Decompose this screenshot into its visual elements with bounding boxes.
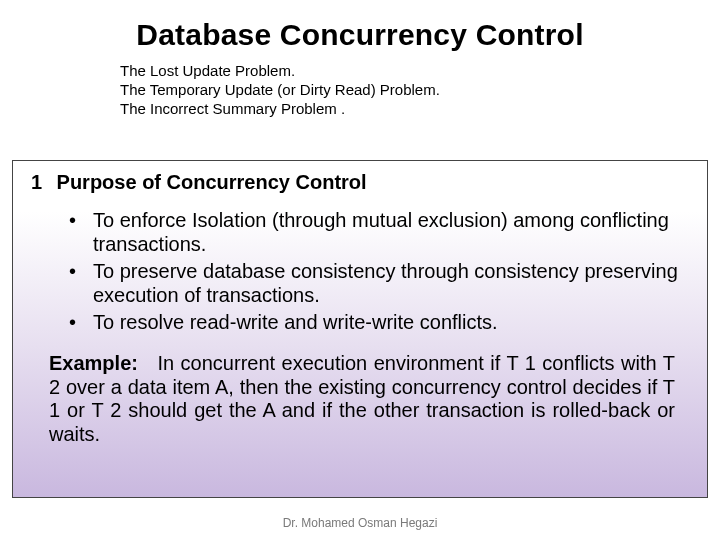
list-item: The Incorrect Summary Problem .	[120, 100, 650, 119]
list-item: To enforce Isolation (through mutual exc…	[69, 208, 693, 257]
page-title: Database Concurrency Control	[0, 18, 720, 52]
example-paragraph: Example: In concurrent execution environ…	[49, 352, 675, 446]
section-number: 1	[31, 171, 51, 194]
section-title: Purpose of Concurrency Control	[57, 171, 367, 193]
list-item: To resolve read-write and write-write co…	[69, 310, 693, 334]
example-text: In concurrent execution environment if T…	[49, 352, 675, 445]
slide: Database Concurrency Control The Lost Up…	[0, 0, 720, 540]
problem-list: The Lost Update Problem. The Temporary U…	[120, 62, 650, 118]
list-item: The Lost Update Problem.	[120, 62, 650, 81]
example-label: Example:	[49, 352, 138, 374]
content-box: 1 Purpose of Concurrency Control To enfo…	[12, 160, 708, 498]
footer-author: Dr. Mohamed Osman Hegazi	[0, 516, 720, 530]
list-item: The Temporary Update (or Dirty Read) Pro…	[120, 81, 650, 100]
section-heading: 1 Purpose of Concurrency Control	[31, 171, 693, 194]
bullet-list: To enforce Isolation (through mutual exc…	[69, 208, 693, 334]
list-item: To preserve database consistency through…	[69, 259, 693, 308]
